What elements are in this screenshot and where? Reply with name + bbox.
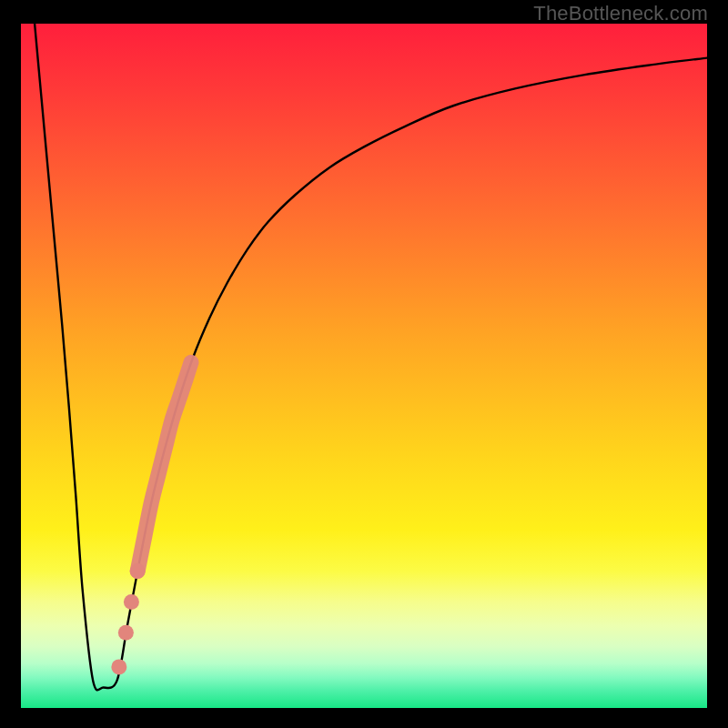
highlight-dot xyxy=(130,563,146,579)
highlight-segment xyxy=(137,362,191,571)
watermark-text: TheBottleneck.com xyxy=(533,2,708,25)
highlight-dot xyxy=(118,625,134,641)
highlight-dot xyxy=(124,594,139,610)
plot-area xyxy=(21,24,707,708)
curve-layer xyxy=(21,24,707,708)
bottleneck-curve xyxy=(35,24,707,690)
chart-frame: TheBottleneck.com xyxy=(0,0,728,728)
highlight-dot xyxy=(111,659,126,674)
